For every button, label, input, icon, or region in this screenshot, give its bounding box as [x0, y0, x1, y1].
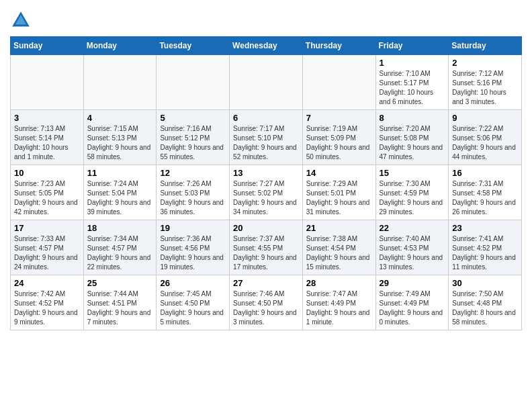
day-number: 2 — [452, 58, 518, 68]
calendar-cell: 3Sunrise: 7:13 AM Sunset: 5:14 PM Daylig… — [11, 110, 84, 165]
weekday-header-monday: Monday — [83, 37, 157, 55]
calendar-cell: 15Sunrise: 7:30 AM Sunset: 4:59 PM Dayli… — [375, 165, 449, 220]
calendar-cell: 27Sunrise: 7:46 AM Sunset: 4:50 PM Dayli… — [230, 275, 303, 330]
day-info: Sunrise: 7:42 AM Sunset: 4:52 PM Dayligh… — [14, 289, 80, 327]
calendar-cell — [11, 55, 84, 110]
day-info: Sunrise: 7:50 AM Sunset: 4:48 PM Dayligh… — [452, 289, 518, 327]
calendar-cell: 20Sunrise: 7:37 AM Sunset: 4:55 PM Dayli… — [230, 220, 303, 275]
calendar-cell: 11Sunrise: 7:24 AM Sunset: 5:04 PM Dayli… — [83, 165, 157, 220]
calendar-cell: 23Sunrise: 7:41 AM Sunset: 4:52 PM Dayli… — [449, 220, 522, 275]
day-info: Sunrise: 7:10 AM Sunset: 5:17 PM Dayligh… — [380, 69, 445, 107]
day-number: 10 — [14, 168, 80, 178]
calendar-week-row: 17Sunrise: 7:33 AM Sunset: 4:57 PM Dayli… — [11, 220, 522, 275]
day-number: 21 — [306, 223, 372, 233]
day-info: Sunrise: 7:27 AM Sunset: 5:02 PM Dayligh… — [233, 179, 299, 217]
calendar-week-row: 24Sunrise: 7:42 AM Sunset: 4:52 PM Dayli… — [11, 275, 522, 330]
calendar-cell — [302, 55, 375, 110]
day-info: Sunrise: 7:20 AM Sunset: 5:08 PM Dayligh… — [380, 124, 445, 162]
calendar-table: SundayMondayTuesdayWednesdayThursdayFrid… — [10, 36, 522, 330]
calendar-week-row: 10Sunrise: 7:23 AM Sunset: 5:05 PM Dayli… — [11, 165, 522, 220]
calendar-cell: 13Sunrise: 7:27 AM Sunset: 5:02 PM Dayli… — [230, 165, 303, 220]
calendar-cell: 24Sunrise: 7:42 AM Sunset: 4:52 PM Dayli… — [11, 275, 84, 330]
day-info: Sunrise: 7:31 AM Sunset: 4:58 PM Dayligh… — [452, 179, 518, 217]
calendar-cell: 21Sunrise: 7:38 AM Sunset: 4:54 PM Dayli… — [302, 220, 375, 275]
day-number: 7 — [306, 113, 372, 123]
calendar-cell: 12Sunrise: 7:26 AM Sunset: 5:03 PM Dayli… — [157, 165, 230, 220]
weekday-header-wednesday: Wednesday — [230, 37, 303, 55]
day-number: 19 — [160, 223, 226, 233]
day-number: 6 — [233, 113, 299, 123]
calendar-cell: 18Sunrise: 7:34 AM Sunset: 4:57 PM Dayli… — [83, 220, 157, 275]
weekday-header-tuesday: Tuesday — [157, 37, 230, 55]
day-number: 26 — [160, 278, 226, 288]
day-number: 25 — [87, 278, 153, 288]
calendar-cell: 25Sunrise: 7:44 AM Sunset: 4:51 PM Dayli… — [83, 275, 157, 330]
day-info: Sunrise: 7:38 AM Sunset: 4:54 PM Dayligh… — [306, 234, 372, 272]
calendar-week-row: 1Sunrise: 7:10 AM Sunset: 5:17 PM Daylig… — [11, 55, 522, 110]
calendar-cell: 26Sunrise: 7:45 AM Sunset: 4:50 PM Dayli… — [157, 275, 230, 330]
day-info: Sunrise: 7:34 AM Sunset: 4:57 PM Dayligh… — [87, 234, 153, 272]
day-info: Sunrise: 7:36 AM Sunset: 4:56 PM Dayligh… — [160, 234, 226, 272]
day-number: 13 — [233, 168, 299, 178]
day-info: Sunrise: 7:15 AM Sunset: 5:13 PM Dayligh… — [87, 124, 153, 162]
weekday-header-saturday: Saturday — [449, 37, 522, 55]
day-number: 12 — [160, 168, 226, 178]
weekday-header-sunday: Sunday — [11, 37, 84, 55]
weekday-header-friday: Friday — [375, 37, 449, 55]
day-info: Sunrise: 7:46 AM Sunset: 4:50 PM Dayligh… — [233, 289, 299, 327]
day-number: 20 — [233, 223, 299, 233]
day-number: 15 — [380, 168, 445, 178]
calendar-cell: 30Sunrise: 7:50 AM Sunset: 4:48 PM Dayli… — [449, 275, 522, 330]
day-number: 30 — [452, 278, 518, 288]
calendar-cell: 29Sunrise: 7:49 AM Sunset: 4:49 PM Dayli… — [375, 275, 449, 330]
calendar-week-row: 3Sunrise: 7:13 AM Sunset: 5:14 PM Daylig… — [11, 110, 522, 165]
calendar-cell: 8Sunrise: 7:20 AM Sunset: 5:08 PM Daylig… — [375, 110, 449, 165]
calendar-cell: 22Sunrise: 7:40 AM Sunset: 4:53 PM Dayli… — [375, 220, 449, 275]
day-info: Sunrise: 7:45 AM Sunset: 4:50 PM Dayligh… — [160, 289, 226, 327]
calendar-cell: 14Sunrise: 7:29 AM Sunset: 5:01 PM Dayli… — [302, 165, 375, 220]
day-info: Sunrise: 7:33 AM Sunset: 4:57 PM Dayligh… — [14, 234, 80, 272]
logo — [10, 9, 34, 31]
day-info: Sunrise: 7:47 AM Sunset: 4:49 PM Dayligh… — [306, 289, 372, 327]
day-number: 5 — [160, 113, 226, 123]
day-info: Sunrise: 7:26 AM Sunset: 5:03 PM Dayligh… — [160, 179, 226, 217]
day-number: 9 — [452, 113, 518, 123]
calendar-cell: 2Sunrise: 7:12 AM Sunset: 5:16 PM Daylig… — [449, 55, 522, 110]
day-number: 14 — [306, 168, 372, 178]
calendar-cell: 10Sunrise: 7:23 AM Sunset: 5:05 PM Dayli… — [11, 165, 84, 220]
calendar-cell — [157, 55, 230, 110]
day-info: Sunrise: 7:37 AM Sunset: 4:55 PM Dayligh… — [233, 234, 299, 272]
day-number: 24 — [14, 278, 80, 288]
day-number: 18 — [87, 223, 153, 233]
day-number: 4 — [87, 113, 153, 123]
day-number: 27 — [233, 278, 299, 288]
calendar-cell: 7Sunrise: 7:19 AM Sunset: 5:09 PM Daylig… — [302, 110, 375, 165]
page-header — [10, 7, 522, 31]
day-info: Sunrise: 7:12 AM Sunset: 5:16 PM Dayligh… — [452, 69, 518, 107]
day-number: 28 — [306, 278, 372, 288]
day-info: Sunrise: 7:19 AM Sunset: 5:09 PM Dayligh… — [306, 124, 372, 162]
calendar-cell: 1Sunrise: 7:10 AM Sunset: 5:17 PM Daylig… — [375, 55, 449, 110]
calendar-cell: 28Sunrise: 7:47 AM Sunset: 4:49 PM Dayli… — [302, 275, 375, 330]
day-info: Sunrise: 7:17 AM Sunset: 5:10 PM Dayligh… — [233, 124, 299, 162]
day-number: 8 — [380, 113, 445, 123]
day-number: 22 — [380, 223, 445, 233]
day-info: Sunrise: 7:29 AM Sunset: 5:01 PM Dayligh… — [306, 179, 372, 217]
day-info: Sunrise: 7:44 AM Sunset: 4:51 PM Dayligh… — [87, 289, 153, 327]
day-number: 17 — [14, 223, 80, 233]
day-number: 11 — [87, 168, 153, 178]
day-info: Sunrise: 7:41 AM Sunset: 4:52 PM Dayligh… — [452, 234, 518, 272]
day-number: 1 — [380, 58, 445, 68]
day-info: Sunrise: 7:23 AM Sunset: 5:05 PM Dayligh… — [14, 179, 80, 217]
day-number: 23 — [452, 223, 518, 233]
calendar-cell: 9Sunrise: 7:22 AM Sunset: 5:06 PM Daylig… — [449, 110, 522, 165]
day-number: 3 — [14, 113, 80, 123]
calendar-cell — [83, 55, 157, 110]
calendar-cell: 5Sunrise: 7:16 AM Sunset: 5:12 PM Daylig… — [157, 110, 230, 165]
weekday-header-thursday: Thursday — [302, 37, 375, 55]
logo-icon — [10, 9, 32, 31]
day-info: Sunrise: 7:40 AM Sunset: 4:53 PM Dayligh… — [380, 234, 445, 272]
calendar-cell — [230, 55, 303, 110]
day-info: Sunrise: 7:22 AM Sunset: 5:06 PM Dayligh… — [452, 124, 518, 162]
calendar-cell: 17Sunrise: 7:33 AM Sunset: 4:57 PM Dayli… — [11, 220, 84, 275]
